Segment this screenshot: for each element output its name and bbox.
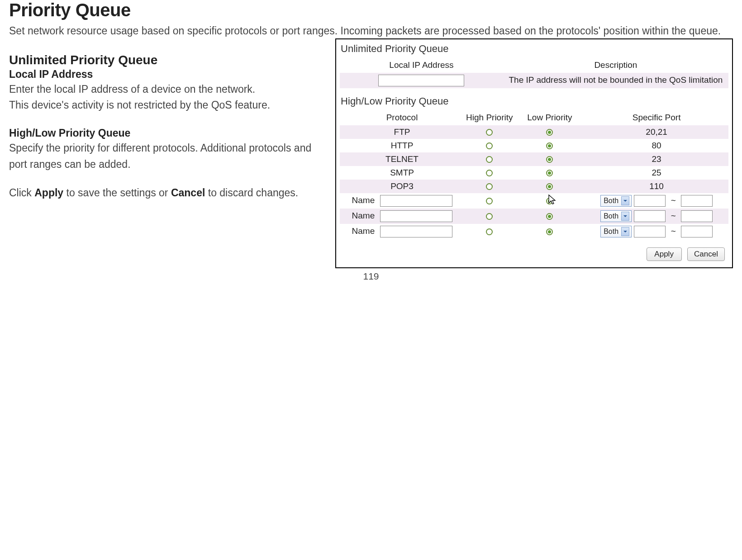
custom-name-label: Name xyxy=(352,226,375,236)
table-row: The IP address will not be bounded in th… xyxy=(340,73,728,88)
protocol-cell: HTTP xyxy=(340,139,464,152)
custom-name-input[interactable] xyxy=(380,195,452,207)
table-row: TELNET 23 xyxy=(340,152,728,166)
table-row: HTTP 80 xyxy=(340,139,728,152)
local-ip-text-1: Enter the local IP address of a device o… xyxy=(9,81,326,98)
panel-heading-unlimited: Unlimited Priority Queue xyxy=(340,41,728,57)
port-from-input[interactable] xyxy=(634,226,666,237)
port-type-select[interactable]: Both xyxy=(600,226,632,237)
protocol-cell: POP3 xyxy=(340,180,464,193)
table-row: Name Both ~ xyxy=(340,224,728,239)
table-row: Name Both ~ xyxy=(340,209,728,224)
col-header-port: Specific Port xyxy=(585,110,728,125)
select-value: Both xyxy=(604,228,618,236)
chevron-down-icon xyxy=(621,196,629,205)
low-priority-radio[interactable] xyxy=(546,142,553,149)
col-header-ip: Local IP Address xyxy=(340,57,503,73)
port-cell: 23 xyxy=(585,152,728,166)
chevron-down-icon xyxy=(621,212,629,221)
port-cell: 20,21 xyxy=(585,125,728,139)
highlow-heading: High/Low Priority Queue xyxy=(9,127,326,139)
col-header-low: Low Priority xyxy=(515,110,585,125)
port-cell: 110 xyxy=(585,180,728,193)
highlow-text: Specify the priority for different proto… xyxy=(9,140,326,172)
table-row: SMTP 25 xyxy=(340,166,728,180)
low-priority-radio[interactable] xyxy=(546,198,553,204)
text-fragment: Click xyxy=(9,187,34,199)
low-priority-radio[interactable] xyxy=(546,228,553,235)
high-priority-radio[interactable] xyxy=(486,142,493,149)
range-separator: ~ xyxy=(671,226,676,236)
high-priority-radio[interactable] xyxy=(486,213,493,220)
high-priority-radio[interactable] xyxy=(486,129,493,136)
high-priority-radio[interactable] xyxy=(486,170,493,176)
port-type-select[interactable]: Both xyxy=(600,210,632,222)
table-row: POP3 110 xyxy=(340,180,728,193)
local-ip-text-2: This device's activity is not restricted… xyxy=(9,97,326,114)
port-to-input[interactable] xyxy=(681,210,713,222)
custom-name-input[interactable] xyxy=(380,210,452,222)
table-row: Name Both xyxy=(340,193,728,209)
low-priority-radio[interactable] xyxy=(546,170,553,176)
protocol-cell: FTP xyxy=(340,125,464,139)
port-from-input[interactable] xyxy=(634,195,666,207)
settings-panel: Unlimited Priority Queue Local IP Addres… xyxy=(335,38,733,268)
high-priority-radio[interactable] xyxy=(486,228,493,235)
col-header-desc: Description xyxy=(503,57,728,73)
port-from-input[interactable] xyxy=(634,210,666,222)
cancel-button[interactable]: Cancel xyxy=(687,247,725,261)
unlimited-description: The IP address will not be bounded in th… xyxy=(503,73,728,88)
chevron-down-icon xyxy=(621,227,629,236)
custom-name-label: Name xyxy=(352,211,375,220)
apply-cancel-text: Click Apply to save the settings or Canc… xyxy=(9,185,326,201)
description-column: Unlimited Priority Queue Local IP Addres… xyxy=(9,39,326,201)
low-priority-radio[interactable] xyxy=(546,156,553,163)
port-cell: 80 xyxy=(585,139,728,152)
page-title: Priority Queue xyxy=(9,0,733,20)
high-priority-radio[interactable] xyxy=(486,198,493,204)
custom-name-input[interactable] xyxy=(380,226,452,237)
high-priority-radio[interactable] xyxy=(486,156,493,163)
port-cell: 25 xyxy=(585,166,728,180)
page-number: 119 xyxy=(0,271,742,282)
protocol-cell: SMTP xyxy=(340,166,464,180)
col-header-protocol: Protocol xyxy=(340,110,464,125)
cancel-word: Cancel xyxy=(171,187,205,199)
panel-heading-highlow: High/Low Priority Queue xyxy=(340,94,728,110)
select-value: Both xyxy=(604,212,618,220)
highlow-table: Protocol High Priority Low Priority Spec… xyxy=(340,110,728,239)
col-header-high: High Priority xyxy=(464,110,515,125)
low-priority-radio[interactable] xyxy=(546,129,553,136)
table-row: FTP 20,21 xyxy=(340,125,728,139)
text-fragment: to discard changes. xyxy=(205,187,298,199)
apply-button[interactable]: Apply xyxy=(647,247,682,261)
local-ip-heading: Local IP Address xyxy=(9,68,326,81)
unlimited-table: Local IP Address Description The IP addr… xyxy=(340,57,728,88)
intro-text: Set network resource usage based on spec… xyxy=(9,23,733,39)
local-ip-input[interactable] xyxy=(378,75,464,86)
port-to-input[interactable] xyxy=(681,226,713,237)
protocol-cell: TELNET xyxy=(340,152,464,166)
select-value: Both xyxy=(604,197,618,205)
unlimited-section-title: Unlimited Priority Queue xyxy=(9,53,326,67)
low-priority-radio[interactable] xyxy=(546,183,553,190)
apply-word: Apply xyxy=(34,187,63,199)
low-priority-radio[interactable] xyxy=(546,213,553,220)
range-separator: ~ xyxy=(671,195,676,205)
port-to-input[interactable] xyxy=(681,195,713,207)
custom-name-label: Name xyxy=(352,195,375,205)
high-priority-radio[interactable] xyxy=(486,183,493,190)
port-type-select[interactable]: Both xyxy=(600,195,632,207)
range-separator: ~ xyxy=(671,211,676,220)
text-fragment: to save the settings or xyxy=(63,187,171,199)
